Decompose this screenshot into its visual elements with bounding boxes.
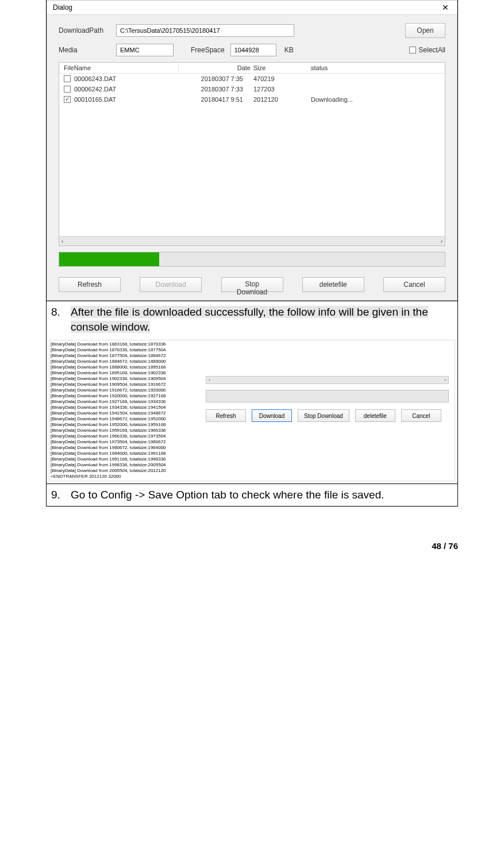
step-9: 9. Go to Config -> Save Option tab to ch… bbox=[47, 484, 457, 506]
deletefile-button[interactable]: deletefile bbox=[355, 409, 395, 422]
file-row[interactable]: 00006242.DAT 20180307 7:33 127203 bbox=[59, 84, 445, 94]
media-input[interactable] bbox=[116, 44, 174, 56]
refresh-button[interactable]: Refresh bbox=[206, 409, 246, 422]
file-row[interactable]: 00006243.DAT 20180307 7:35 470219 bbox=[59, 74, 445, 84]
kb-label: KB bbox=[282, 46, 294, 54]
scroll-right-icon[interactable]: › bbox=[444, 377, 446, 383]
selectall-checkbox[interactable]: SelectAll bbox=[409, 46, 445, 54]
close-icon[interactable]: ✕ bbox=[440, 3, 451, 12]
col-date[interactable]: Date bbox=[179, 64, 253, 71]
open-button[interactable]: Open bbox=[405, 23, 445, 38]
console-log: [BinaryData] Download from 1863168, tota… bbox=[51, 341, 200, 479]
freespace-input[interactable] bbox=[230, 44, 276, 56]
cancel-button[interactable]: Cancel bbox=[401, 409, 441, 422]
download-button[interactable]: Download bbox=[140, 277, 202, 292]
horizontal-scrollbar[interactable]: ‹ › bbox=[59, 236, 445, 245]
stop-download-button[interactable]: Stop Download bbox=[221, 277, 283, 292]
deletefile-button[interactable]: deletefile bbox=[302, 277, 364, 292]
dialog-window: Dialog ✕ DownloadPath Open Media FreeSpa… bbox=[47, 0, 457, 301]
col-status[interactable]: status bbox=[311, 64, 440, 71]
cancel-button[interactable]: Cancel bbox=[383, 277, 445, 292]
downloadpath-input[interactable] bbox=[116, 24, 294, 37]
scroll-right-icon[interactable]: › bbox=[441, 238, 443, 244]
col-size[interactable]: Size bbox=[253, 64, 311, 71]
mini-progress-bar bbox=[206, 390, 449, 402]
mini-scrollbar[interactable]: ‹ › bbox=[206, 376, 449, 384]
progress-bar bbox=[59, 252, 445, 267]
console-screenshot: [BinaryData] Download from 1863168, tota… bbox=[49, 340, 455, 481]
stop-download-button[interactable]: Stop Download bbox=[298, 409, 349, 422]
col-filename[interactable]: FileName bbox=[64, 64, 179, 71]
page-number: 48 / 76 bbox=[0, 529, 504, 562]
refresh-button[interactable]: Refresh bbox=[59, 277, 121, 292]
step-8: 8. After the file is downloaded successf… bbox=[47, 301, 457, 337]
download-button[interactable]: Download bbox=[252, 409, 292, 422]
freespace-label: FreeSpace bbox=[191, 46, 225, 54]
file-checkbox[interactable] bbox=[64, 86, 71, 93]
selectall-label: SelectAll bbox=[418, 46, 445, 54]
downloadpath-label: DownloadPath bbox=[59, 26, 110, 34]
dialog-title: Dialog bbox=[53, 3, 72, 11]
scroll-left-icon[interactable]: ‹ bbox=[61, 238, 63, 244]
file-row[interactable]: ✓00010165.DAT 20180417 9:51 2012120 Down… bbox=[59, 94, 445, 105]
media-label: Media bbox=[59, 46, 110, 54]
file-checkbox[interactable]: ✓ bbox=[64, 96, 71, 103]
file-checkbox[interactable] bbox=[64, 75, 71, 82]
scroll-left-icon[interactable]: ‹ bbox=[209, 377, 210, 383]
file-list: FileName Date Size status 00006243.DAT 2… bbox=[59, 62, 445, 246]
